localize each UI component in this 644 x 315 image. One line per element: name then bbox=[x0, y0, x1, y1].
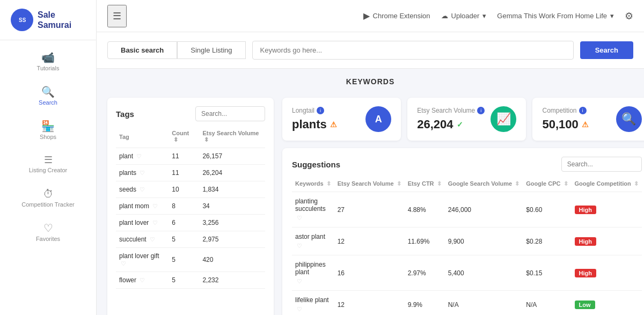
sugg-google-comp-cell: High bbox=[572, 228, 642, 255]
tag-heart-icon[interactable]: ♡ bbox=[140, 170, 145, 176]
suggestions-header: Suggestions bbox=[292, 157, 642, 172]
sugg-google-vol-cell: 246,000 bbox=[445, 192, 523, 228]
search-icon: 🔍 bbox=[41, 86, 55, 97]
tag-heart-icon[interactable]: ♡ bbox=[152, 203, 158, 209]
tag-heart-icon[interactable]: ♡ bbox=[150, 236, 155, 243]
longtail-icon-circle: A bbox=[365, 106, 391, 132]
right-panel: Longtail i plants ⚠ A bbox=[282, 98, 644, 315]
logo-icon: SS bbox=[11, 9, 33, 31]
header: ☰ ▶ Chrome Extension ☁ Uploader ▾ Gemma … bbox=[97, 0, 644, 32]
tab-single-listing[interactable]: Single Listing bbox=[177, 41, 245, 59]
sidebar: SS SaleSamurai 📹 Tutorials 🔍 Search 🏪 Sh… bbox=[0, 0, 97, 315]
metric-card-longtail: Longtail i plants ⚠ A bbox=[282, 98, 401, 141]
hamburger-button[interactable]: ☰ bbox=[107, 5, 127, 27]
search-input-wrap bbox=[252, 41, 574, 60]
two-col-layout: Tags Tag Count ⬍ Etsy Search Volume ⬍ pl… bbox=[97, 98, 644, 315]
sugg-google-cpc-cell: $0.15 bbox=[523, 255, 571, 291]
sidebar-item-tutorials[interactable]: 📹 Tutorials bbox=[0, 45, 96, 79]
tags-search-input[interactable] bbox=[195, 106, 265, 121]
logo: SS SaleSamurai bbox=[0, 0, 96, 40]
sidebar-item-favorites[interactable]: ♡ Favorites bbox=[0, 215, 96, 250]
sidebar-item-competition[interactable]: ⏱ Competition Tracker bbox=[0, 181, 96, 215]
uploader-button[interactable]: ☁ Uploader ▾ bbox=[441, 12, 487, 20]
sidebar-item-listing-creator[interactable]: ☰ Listing Creator bbox=[0, 148, 96, 181]
longtail-info-icon[interactable]: i bbox=[317, 107, 324, 114]
sort-icon-keywords: ⬍ bbox=[326, 180, 331, 187]
shop-icon: 🏪 bbox=[41, 121, 55, 131]
sugg-google-vol-cell: 5,400 bbox=[445, 255, 523, 291]
sugg-heart-icon[interactable]: ♡ bbox=[297, 243, 302, 250]
sidebar-item-listing-label: Listing Creator bbox=[29, 167, 68, 173]
sidebar-item-search-label: Search bbox=[39, 99, 57, 106]
uploader-chevron-icon: ▾ bbox=[482, 12, 486, 20]
competition-badge: High bbox=[575, 269, 596, 277]
search-input[interactable] bbox=[252, 41, 574, 60]
longtail-value: plants ⚠ bbox=[292, 118, 365, 131]
tag-volume-cell: 26,204 bbox=[199, 165, 265, 181]
etsy-volume-info-icon[interactable]: i bbox=[477, 107, 485, 114]
suggestions-search-input[interactable] bbox=[561, 157, 642, 172]
competition-icon-circle: 🔍 bbox=[616, 106, 642, 132]
settings-icon[interactable]: ⚙ bbox=[625, 10, 633, 22]
chart-icon: 📈 bbox=[496, 112, 511, 126]
user-chevron-icon: ▾ bbox=[610, 12, 614, 20]
search-area: Basic search Single Listing Search bbox=[97, 32, 644, 69]
header-right: ▶ Chrome Extension ☁ Uploader ▾ Gemma Th… bbox=[363, 10, 633, 22]
sugg-keyword-cell: planting succulents ♡ bbox=[292, 192, 334, 228]
longtail-label: Longtail i bbox=[292, 107, 365, 114]
tag-heart-icon[interactable]: ♡ bbox=[136, 153, 142, 159]
sugg-col-google-comp[interactable]: Google Competition ⬍ bbox=[572, 178, 642, 192]
etsy-volume-value: 26,204 ✓ bbox=[417, 118, 491, 131]
tag-count-cell: 5 bbox=[169, 248, 199, 272]
sidebar-nav: 📹 Tutorials 🔍 Search 🏪 Shops ☰ Listing C… bbox=[0, 40, 96, 250]
tag-cell: plants ♡ bbox=[116, 165, 169, 181]
keywords-title: KEYWORDS bbox=[107, 77, 633, 86]
user-menu[interactable]: Gemma This Work From Home Life ▾ bbox=[497, 12, 614, 20]
tags-title: Tags bbox=[116, 109, 134, 119]
tag-volume-cell: 420 bbox=[199, 248, 265, 272]
header-left: ☰ bbox=[107, 5, 127, 27]
tags-col-volume[interactable]: Etsy Search Volume ⬍ bbox=[199, 128, 265, 148]
etsy-volume-icon-circle: 📈 bbox=[491, 106, 516, 132]
tag-heart-icon[interactable]: ♡ bbox=[152, 219, 158, 226]
sugg-heart-icon[interactable]: ♡ bbox=[297, 278, 302, 285]
tags-panel-header: Tags bbox=[116, 106, 265, 121]
tags-col-tag: Tag bbox=[116, 128, 169, 148]
sort-icon-google-vol: ⬍ bbox=[515, 180, 519, 187]
sugg-keyword-cell: astor plant ♡ bbox=[292, 228, 334, 255]
tag-heart-icon[interactable]: ♡ bbox=[140, 186, 145, 193]
tag-heart-icon[interactable]: ♡ bbox=[140, 277, 145, 283]
tags-col-count[interactable]: Count ⬍ bbox=[169, 128, 199, 148]
tag-heart-icon[interactable]: ♡ bbox=[121, 260, 126, 267]
sugg-col-google-vol[interactable]: Google Search Volume ⬍ bbox=[445, 178, 523, 192]
sugg-heart-icon[interactable]: ♡ bbox=[297, 215, 302, 222]
sidebar-item-shops[interactable]: 🏪 Shops bbox=[0, 113, 96, 148]
sugg-etsy-vol-cell: 12 bbox=[334, 228, 405, 255]
chrome-extension-button[interactable]: ▶ Chrome Extension bbox=[363, 11, 430, 21]
competition-info-icon[interactable]: i bbox=[579, 107, 587, 114]
user-name: Gemma This Work From Home Life bbox=[497, 12, 607, 20]
competition-label: Competition i bbox=[542, 107, 616, 114]
suggestion-row: planting succulents ♡ 27 4.88% 246,000 $… bbox=[292, 192, 642, 228]
sugg-col-google-cpc[interactable]: Google CPC ⬍ bbox=[523, 178, 571, 192]
tag-row: plant lover ♡ 6 3,256 bbox=[116, 215, 265, 231]
sort-icon-etsy-ctr: ⬍ bbox=[437, 180, 442, 187]
competition-status-icon: ⚠ bbox=[582, 120, 589, 129]
video-icon: 📹 bbox=[41, 52, 55, 63]
tracker-icon: ⏱ bbox=[43, 188, 54, 199]
tab-basic-search[interactable]: Basic search bbox=[107, 41, 177, 59]
sugg-col-etsy-ctr[interactable]: Etsy CTR ⬍ bbox=[405, 178, 445, 192]
sugg-etsy-ctr-cell: 4.88% bbox=[405, 192, 445, 228]
sugg-col-keywords[interactable]: Keywords ⬍ bbox=[292, 178, 334, 192]
competition-badge: High bbox=[575, 237, 596, 246]
search-button[interactable]: Search bbox=[580, 41, 633, 59]
sugg-heart-icon[interactable]: ♡ bbox=[297, 306, 302, 313]
sugg-col-etsy-vol[interactable]: Etsy Search Volume ⬍ bbox=[334, 178, 405, 192]
sidebar-item-search[interactable]: 🔍 Search bbox=[0, 79, 96, 113]
upload-icon: ☁ bbox=[441, 12, 448, 20]
uploader-label: Uploader bbox=[451, 12, 480, 20]
tag-cell: plant mom ♡ bbox=[116, 198, 169, 215]
tag-cell: plant ♡ bbox=[116, 148, 169, 165]
sugg-google-comp-cell: High bbox=[572, 255, 642, 291]
tag-row: succulent ♡ 5 2,975 bbox=[116, 231, 265, 248]
